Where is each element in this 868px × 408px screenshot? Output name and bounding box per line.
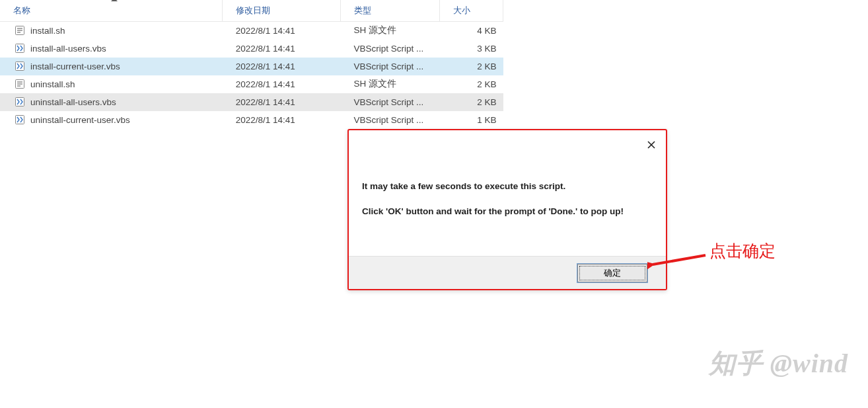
file-size: 2 KB bbox=[440, 75, 503, 93]
file-size: 3 KB bbox=[440, 40, 503, 58]
file-name: install.sh bbox=[30, 26, 65, 36]
watermark: 知乎 @wind bbox=[709, 345, 848, 382]
file-row[interactable]: install-current-user.vbs2022/8/1 14:41VB… bbox=[0, 58, 503, 75]
file-date: 2022/8/1 14:41 bbox=[223, 75, 341, 93]
vbs-file-icon bbox=[15, 114, 25, 125]
annotation-text: 点击确定 bbox=[709, 240, 776, 262]
file-date: 2022/8/1 14:41 bbox=[223, 22, 341, 40]
file-type: VBScript Script ... bbox=[341, 40, 440, 58]
column-type[interactable]: 类型 bbox=[341, 0, 440, 22]
column-type-label: 类型 bbox=[354, 5, 371, 15]
file-name-cell: install-current-user.vbs bbox=[0, 58, 223, 75]
dialog-message-1: It may take a few seconds to execute thi… bbox=[362, 180, 653, 193]
ok-button[interactable]: 确定 bbox=[577, 264, 647, 282]
file-name-cell: install-all-users.vbs bbox=[0, 40, 223, 58]
sh-file-icon bbox=[15, 79, 25, 89]
dialog-body: It may take a few seconds to execute thi… bbox=[349, 130, 666, 219]
file-type: SH 源文件 bbox=[341, 22, 440, 40]
file-date: 2022/8/1 14:41 bbox=[223, 58, 341, 75]
column-date-label: 修改日期 bbox=[236, 5, 270, 15]
file-name-cell: uninstall-current-user.vbs bbox=[0, 111, 223, 129]
svg-line-8 bbox=[653, 255, 705, 265]
file-name: install-all-users.vbs bbox=[30, 44, 106, 54]
file-type: VBScript Script ... bbox=[341, 111, 440, 129]
file-row[interactable]: uninstall-all-users.vbs2022/8/1 14:41VBS… bbox=[0, 93, 503, 111]
file-type: SH 源文件 bbox=[341, 75, 440, 93]
file-date: 2022/8/1 14:41 bbox=[223, 111, 341, 129]
file-name-cell: uninstall.sh bbox=[0, 75, 223, 93]
column-name[interactable]: 名称 bbox=[0, 0, 223, 22]
file-size: 2 KB bbox=[440, 93, 503, 111]
column-header-row: 名称 修改日期 类型 大小 bbox=[0, 0, 503, 22]
file-row[interactable]: uninstall.sh2022/8/1 14:41SH 源文件2 KB bbox=[0, 75, 503, 93]
file-name-cell: uninstall-all-users.vbs bbox=[0, 93, 223, 111]
sh-file-icon bbox=[15, 25, 25, 36]
file-date: 2022/8/1 14:41 bbox=[223, 40, 341, 58]
file-name-cell: install.sh bbox=[0, 22, 223, 40]
vbs-file-icon bbox=[15, 97, 25, 107]
close-icon bbox=[647, 140, 656, 149]
file-name: uninstall.sh bbox=[30, 79, 75, 89]
column-name-label: 名称 bbox=[13, 5, 30, 15]
file-name: uninstall-current-user.vbs bbox=[30, 115, 130, 125]
file-row[interactable]: install.sh2022/8/1 14:41SH 源文件4 KB bbox=[0, 22, 503, 40]
sort-ascending-icon bbox=[111, 0, 118, 1]
dialog-footer: 确定 bbox=[349, 256, 666, 289]
column-size[interactable]: 大小 bbox=[440, 0, 503, 22]
file-row[interactable]: uninstall-current-user.vbs2022/8/1 14:41… bbox=[0, 111, 503, 129]
column-date[interactable]: 修改日期 bbox=[223, 0, 341, 22]
file-name: install-current-user.vbs bbox=[30, 61, 120, 71]
vbs-file-icon bbox=[15, 61, 25, 71]
file-size: 1 KB bbox=[440, 111, 503, 129]
file-type: VBScript Script ... bbox=[341, 93, 440, 111]
dialog-message-2: Click 'OK' button and wait for the promp… bbox=[362, 205, 653, 218]
annotation-arrow-icon bbox=[647, 250, 707, 272]
file-size: 2 KB bbox=[440, 58, 503, 75]
file-row[interactable]: install-all-users.vbs2022/8/1 14:41VBScr… bbox=[0, 40, 503, 58]
file-name: uninstall-all-users.vbs bbox=[30, 97, 116, 107]
file-date: 2022/8/1 14:41 bbox=[223, 93, 341, 111]
file-size: 4 KB bbox=[440, 22, 503, 40]
column-size-label: 大小 bbox=[453, 5, 470, 15]
vbs-file-icon bbox=[15, 43, 25, 54]
script-confirm-dialog: It may take a few seconds to execute thi… bbox=[347, 129, 667, 290]
file-list-table: 名称 修改日期 类型 大小 install.sh2022/8/1 14:41SH… bbox=[0, 0, 503, 129]
close-button[interactable] bbox=[643, 137, 659, 153]
file-type: VBScript Script ... bbox=[341, 58, 440, 75]
